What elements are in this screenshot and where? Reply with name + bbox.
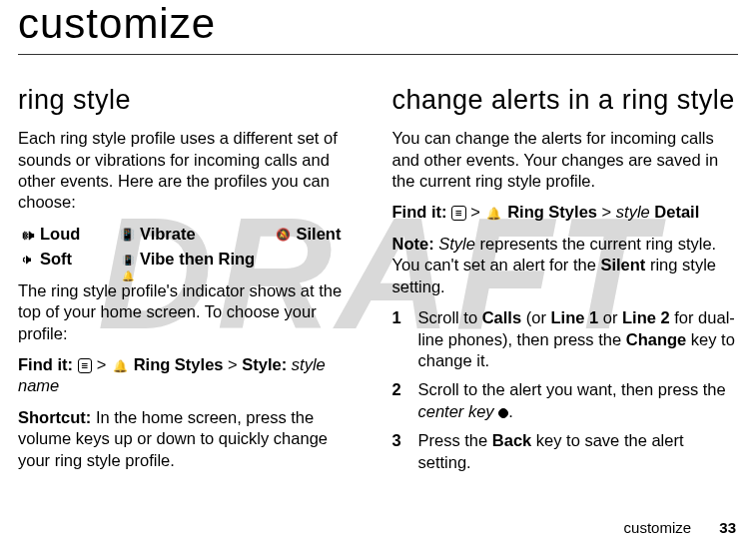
note-paragraph: Note: Style represents the current ring … [392, 234, 739, 297]
t: Press the [418, 431, 492, 449]
gt: > [602, 203, 612, 221]
profile-label: Soft [40, 249, 72, 270]
profile-silent: Silent [275, 224, 365, 245]
note-style: Style [434, 235, 475, 253]
step-text: Scroll to the alert you want, then press… [418, 379, 739, 422]
profile-vibrate: Vibrate [118, 224, 275, 245]
ring-styles-icon [485, 207, 503, 221]
loud-icon [18, 228, 36, 242]
ring-style-heading: ring style [18, 83, 365, 118]
t: Scroll to [418, 308, 482, 326]
ring-styles-text: Ring Styles [507, 203, 597, 221]
gt: > [470, 203, 480, 221]
menu-key-icon: ≡ [78, 358, 93, 373]
profiles-table: Loud Vibrate Silent Soft [18, 224, 365, 271]
center-key-icon [498, 408, 508, 418]
change-alerts-intro: You can change the alerts for incoming c… [392, 128, 739, 192]
profile-label: Loud [40, 224, 80, 245]
style-label: Style: [242, 355, 287, 373]
profile-label: Vibe then Ring [140, 249, 255, 270]
step-item: 3 Press the Back key to save the alert s… [392, 430, 739, 473]
gt: > [228, 355, 238, 373]
columns: ring style Each ring style profile uses … [18, 83, 738, 481]
right-column: change alerts in a ring style You can ch… [392, 83, 739, 481]
page-number: 33 [719, 519, 736, 536]
vibe-then-ring-icon [118, 253, 136, 267]
step-number: 1 [392, 307, 418, 371]
note-label: Note: [392, 235, 434, 253]
vibrate-icon [118, 228, 136, 242]
profile-label: Silent [297, 224, 342, 245]
step-item: 1 Scroll to Calls (or Line 1 or Line 2 f… [392, 307, 739, 371]
silent-icon [275, 228, 293, 242]
find-it-right: Find it: ≡ > Ring Styles > style Detail [392, 202, 739, 223]
ring-styles-icon [111, 359, 129, 373]
find-it-label: Find it: [18, 355, 73, 373]
page-content: customize ring style Each ring style pro… [18, 0, 738, 481]
steps-list: 1 Scroll to Calls (or Line 1 or Line 2 f… [392, 307, 739, 473]
page-title: customize [18, 0, 738, 55]
step-number: 2 [392, 379, 418, 422]
change-alerts-heading: change alerts in a ring style [392, 83, 739, 118]
shortcut-label: Shortcut: [18, 408, 91, 426]
step-number: 3 [392, 430, 418, 473]
soft-icon [18, 253, 36, 267]
footer-section: customize [624, 519, 692, 536]
t: or [598, 308, 622, 326]
step-item: 2 Scroll to the alert you want, then pre… [392, 379, 739, 422]
step-text: Scroll to Calls (or Line 1 or Line 2 for… [418, 307, 739, 371]
t: Scroll to the alert you want, then press… [418, 380, 726, 398]
profile-label: Vibrate [140, 224, 196, 245]
line2-text: Line 2 [622, 308, 670, 326]
page-footer: customize 33 [624, 519, 736, 536]
menu-key-icon: ≡ [451, 206, 466, 221]
change-text: Change [626, 330, 687, 348]
t: . [508, 402, 513, 420]
find-it-left: Find it: ≡ > Ring Styles > Style: style … [18, 354, 365, 397]
profile-soft: Soft [18, 249, 118, 270]
detail-text: Detail [654, 203, 699, 221]
profile-loud: Loud [18, 224, 118, 245]
ring-style-p2: The ring style profile's indicator shows… [18, 280, 365, 344]
note-silent: Silent [600, 256, 645, 273]
profile-vibe-then-ring: Vibe then Ring [118, 249, 365, 270]
back-text: Back [492, 431, 531, 449]
shortcut-paragraph: Shortcut: In the home screen, press the … [18, 407, 365, 471]
calls-text: Calls [482, 308, 521, 326]
style-placeholder: style [616, 203, 650, 221]
profiles-row: Loud Vibrate Silent [18, 224, 365, 245]
ring-style-intro: Each ring style profile uses a different… [18, 128, 365, 214]
line1-text: Line 1 [550, 308, 598, 326]
profiles-row: Soft Vibe then Ring [18, 249, 365, 270]
gt: > [97, 355, 107, 373]
step-text: Press the Back key to save the alert set… [418, 430, 739, 473]
center-key-text: center key [418, 402, 494, 420]
t: (or [521, 308, 550, 326]
find-it-label: Find it: [392, 203, 447, 221]
ring-styles-text: Ring Styles [134, 355, 224, 373]
left-column: ring style Each ring style profile uses … [18, 83, 365, 481]
